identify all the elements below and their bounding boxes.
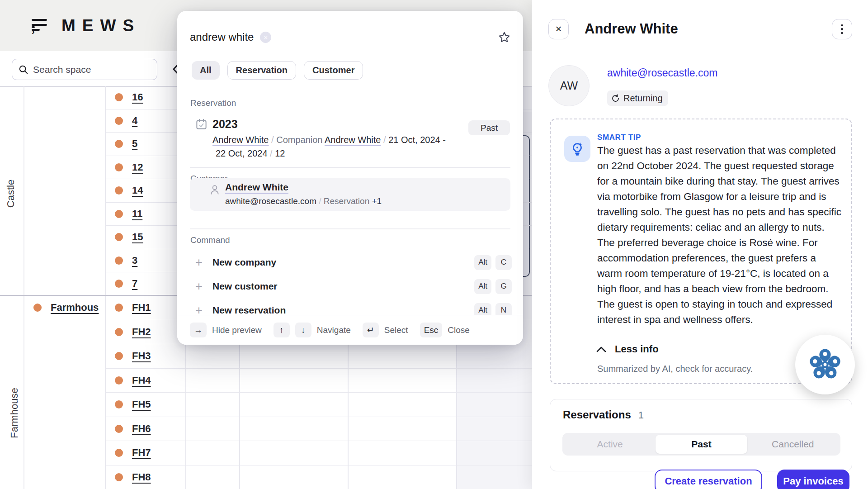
- room-row[interactable]: FH4: [105, 369, 532, 393]
- avatar: AW: [548, 65, 590, 106]
- status-badge-past: Past: [468, 120, 510, 135]
- filter-all[interactable]: All: [192, 61, 220, 80]
- grid-vline: [24, 86, 24, 489]
- room-link[interactable]: 12: [132, 161, 143, 173]
- room-link[interactable]: FH7: [132, 447, 151, 459]
- command-new-customer[interactable]: + New customer AltG: [195, 277, 512, 295]
- smart-tip-body: The guest has a past reservation that wa…: [597, 143, 841, 328]
- esc-key-icon[interactable]: Esc: [420, 323, 443, 337]
- group-label-farmhouse: Farmhouse: [9, 388, 20, 438]
- reservations-count: 1: [638, 409, 644, 421]
- room-link[interactable]: FH2: [132, 326, 151, 338]
- room-status-dot: [115, 140, 123, 148]
- modal-divider: [190, 228, 510, 229]
- room-status-dot: [115, 280, 123, 288]
- mews-flower-icon: [809, 348, 841, 381]
- room-link[interactable]: 5: [132, 138, 137, 150]
- room-link[interactable]: FH4: [132, 375, 151, 386]
- close-icon: ×: [555, 24, 561, 34]
- returning-loop-icon: [611, 94, 620, 103]
- reservations-card: Reservations1 Active Past Cancelled: [550, 399, 852, 471]
- plus-icon: +: [195, 256, 212, 270]
- pay-invoices-button[interactable]: Pay invoices: [777, 470, 849, 489]
- category-link[interactable]: Farmhous: [51, 302, 99, 313]
- mews-assistant-button[interactable]: [795, 335, 855, 394]
- menu-collapse-icon[interactable]: ›: [32, 18, 50, 33]
- plus-icon: +: [195, 280, 212, 294]
- close-hint[interactable]: Close: [448, 325, 470, 335]
- room-status-dot: [115, 425, 123, 433]
- select-hint: Select: [384, 325, 408, 335]
- reservations-tabs: Active Past Cancelled: [562, 433, 840, 456]
- clear-query-icon[interactable]: ×: [260, 32, 271, 43]
- reservation-meta-line2: 22 Oct, 2024 / 12: [216, 148, 285, 159]
- room-status-dot: [115, 93, 123, 101]
- arrow-up-key-icon: ↑: [274, 323, 290, 337]
- returning-badge: Returning: [607, 90, 668, 106]
- room-link[interactable]: 11: [132, 208, 142, 220]
- room-link[interactable]: 14: [132, 185, 143, 196]
- room-status-dot: [115, 256, 123, 265]
- calendar-check-icon: [195, 118, 208, 130]
- tab-past[interactable]: Past: [656, 435, 747, 454]
- reservation-title[interactable]: 2023: [212, 118, 238, 131]
- room-row[interactable]: FH6: [105, 417, 532, 442]
- arrow-down-key-icon: ↓: [295, 323, 311, 337]
- space-search-input[interactable]: [33, 64, 142, 75]
- room-link[interactable]: 15: [132, 231, 143, 243]
- search-query-text[interactable]: andrew white: [190, 31, 254, 43]
- companion-link[interactable]: Andrew White: [325, 135, 381, 145]
- section-header-reservation: Reservation: [190, 98, 236, 108]
- category-row-farmhouse[interactable]: Farmhous: [24, 295, 105, 319]
- reservation-result[interactable]: 2023: [195, 118, 238, 131]
- arrow-right-key-icon[interactable]: →: [190, 323, 207, 337]
- panel-close-button[interactable]: ×: [548, 19, 569, 39]
- room-row[interactable]: FH8: [105, 465, 532, 489]
- less-info-toggle[interactable]: Less info: [596, 343, 659, 355]
- filter-customer[interactable]: Customer: [304, 61, 363, 80]
- search-query-row[interactable]: andrew white ×: [190, 25, 510, 49]
- filter-reservation[interactable]: Reservation: [227, 61, 297, 80]
- group-label-castle: Castle: [5, 180, 17, 208]
- room-link[interactable]: FH8: [132, 471, 151, 483]
- smart-tip-bulb-icon: [564, 136, 590, 162]
- room-link[interactable]: 3: [132, 255, 137, 266]
- room-status-dot: [115, 163, 123, 171]
- room-row[interactable]: FH7: [105, 441, 532, 465]
- room-link[interactable]: FH1: [132, 302, 151, 313]
- key-alt: Alt: [474, 279, 491, 294]
- app-canvas: › MEWS 16 4 5 12 14 11 15 3 7 FH1 FH2 FH…: [0, 0, 868, 489]
- customer-email-link[interactable]: awhite@rosecastle.com: [607, 67, 718, 79]
- room-link[interactable]: 4: [132, 115, 137, 127]
- room-link[interactable]: FH6: [132, 423, 151, 435]
- room-link[interactable]: FH3: [132, 350, 151, 362]
- hide-preview-hint[interactable]: Hide preview: [212, 325, 262, 335]
- room-row[interactable]: FH3: [105, 344, 532, 369]
- kebab-icon: [841, 24, 843, 34]
- command-new-company[interactable]: + New company AltC: [195, 253, 512, 271]
- search-footer-hints: → Hide preview ↑ ↓ Navigate ↵ Select Esc…: [177, 315, 523, 345]
- favorite-star-icon[interactable]: [498, 31, 510, 43]
- smart-tip-label: SMART TIP: [597, 133, 641, 142]
- person-icon: [209, 184, 221, 195]
- space-search-field[interactable]: [12, 59, 157, 80]
- room-row[interactable]: FH5: [105, 393, 532, 417]
- section-header-command: Command: [190, 235, 230, 245]
- customer-result[interactable]: Andrew White awhite@rosecastle.com / Res…: [190, 178, 510, 211]
- room-link[interactable]: FH5: [132, 399, 151, 410]
- guest-link[interactable]: Andrew White: [212, 135, 269, 145]
- room-link[interactable]: 7: [132, 278, 137, 290]
- room-status-dot: [115, 352, 123, 360]
- room-link[interactable]: 16: [132, 91, 143, 103]
- modal-divider: [190, 167, 510, 168]
- mews-logo: MEWS: [61, 16, 141, 35]
- panel-menu-button[interactable]: [832, 19, 852, 39]
- enter-key-icon: ↵: [363, 323, 379, 337]
- customer-name-link[interactable]: Andrew White: [225, 182, 288, 193]
- ai-disclaimer: Summarized by AI, check for accuracy.: [597, 364, 753, 374]
- tab-active[interactable]: Active: [564, 435, 656, 454]
- room-status-dot: [115, 449, 123, 457]
- create-reservation-button[interactable]: Create reservation: [655, 470, 762, 489]
- tab-cancelled[interactable]: Cancelled: [747, 435, 839, 454]
- chevron-up-icon: [596, 346, 607, 353]
